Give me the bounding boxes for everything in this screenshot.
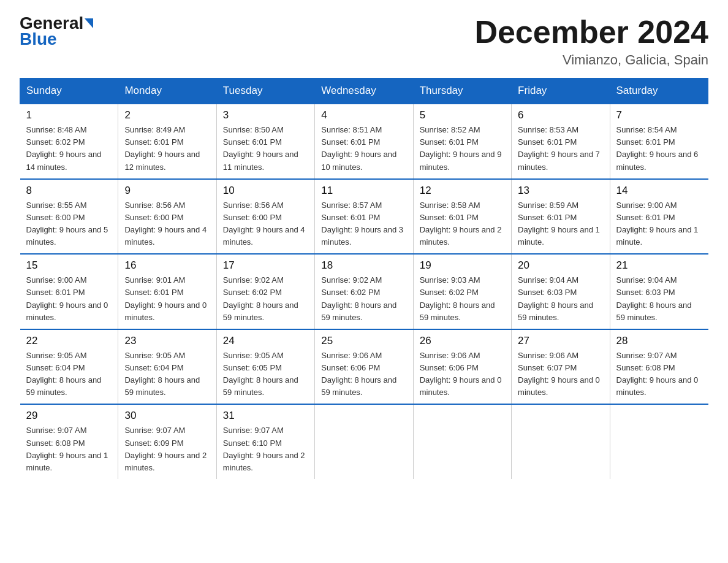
logo-arrow-icon xyxy=(85,18,93,28)
calendar-day-cell: 26 Sunrise: 9:06 AM Sunset: 6:06 PM Dayl… xyxy=(413,329,511,405)
day-info: Sunrise: 8:56 AM Sunset: 6:00 PM Dayligh… xyxy=(124,199,210,249)
col-tuesday: Tuesday xyxy=(216,79,314,104)
col-thursday: Thursday xyxy=(413,79,511,104)
calendar-day-cell: 30 Sunrise: 9:07 AM Sunset: 6:09 PM Dayl… xyxy=(118,404,216,479)
calendar-day-cell: 1 Sunrise: 8:48 AM Sunset: 6:02 PM Dayli… xyxy=(20,104,118,179)
day-number: 21 xyxy=(616,259,702,272)
day-number: 4 xyxy=(321,109,406,121)
calendar-day-cell: 3 Sunrise: 8:50 AM Sunset: 6:01 PM Dayli… xyxy=(216,104,314,179)
calendar-day-cell: 12 Sunrise: 8:58 AM Sunset: 6:01 PM Dayl… xyxy=(413,179,511,255)
day-info: Sunrise: 9:05 AM Sunset: 6:04 PM Dayligh… xyxy=(124,350,210,399)
day-number: 20 xyxy=(518,259,603,272)
day-number: 25 xyxy=(321,335,406,347)
day-number: 23 xyxy=(124,335,210,347)
calendar-day-cell: 24 Sunrise: 9:05 AM Sunset: 6:05 PM Dayl… xyxy=(216,329,314,405)
day-number: 12 xyxy=(420,185,505,197)
calendar-week-row: 15 Sunrise: 9:00 AM Sunset: 6:01 PM Dayl… xyxy=(20,254,708,329)
calendar-week-row: 29 Sunrise: 9:07 AM Sunset: 6:08 PM Dayl… xyxy=(20,404,708,479)
calendar-subtitle: Vimianzo, Galicia, Spain xyxy=(474,52,708,68)
calendar-day-cell xyxy=(610,404,708,479)
calendar-day-cell xyxy=(315,404,413,479)
day-info: Sunrise: 8:50 AM Sunset: 6:01 PM Dayligh… xyxy=(223,124,308,174)
day-number: 18 xyxy=(321,259,406,272)
day-info: Sunrise: 9:04 AM Sunset: 6:03 PM Dayligh… xyxy=(518,274,603,324)
col-saturday: Saturday xyxy=(610,79,708,104)
day-info: Sunrise: 8:53 AM Sunset: 6:01 PM Dayligh… xyxy=(518,124,603,174)
calendar-day-cell: 10 Sunrise: 8:56 AM Sunset: 6:00 PM Dayl… xyxy=(216,179,314,255)
day-info: Sunrise: 9:05 AM Sunset: 6:04 PM Dayligh… xyxy=(26,350,112,399)
day-info: Sunrise: 9:07 AM Sunset: 6:08 PM Dayligh… xyxy=(26,424,112,474)
calendar-day-cell: 9 Sunrise: 8:56 AM Sunset: 6:00 PM Dayli… xyxy=(118,179,216,255)
day-info: Sunrise: 9:06 AM Sunset: 6:07 PM Dayligh… xyxy=(518,350,603,399)
page-header: General Blue December 2024 Vimianzo, Gal… xyxy=(20,15,708,68)
day-number: 8 xyxy=(26,185,112,197)
day-info: Sunrise: 9:06 AM Sunset: 6:06 PM Dayligh… xyxy=(420,350,505,399)
calendar-day-cell: 29 Sunrise: 9:07 AM Sunset: 6:08 PM Dayl… xyxy=(20,404,118,479)
logo-text-blue: Blue xyxy=(20,29,57,49)
day-number: 15 xyxy=(26,259,112,272)
calendar-title: December 2024 xyxy=(474,15,708,50)
day-info: Sunrise: 9:01 AM Sunset: 6:01 PM Dayligh… xyxy=(124,274,210,324)
day-info: Sunrise: 8:52 AM Sunset: 6:01 PM Dayligh… xyxy=(420,124,505,174)
calendar-day-cell xyxy=(413,404,511,479)
calendar-day-cell: 5 Sunrise: 8:52 AM Sunset: 6:01 PM Dayli… xyxy=(413,104,511,179)
day-number: 26 xyxy=(420,335,505,347)
calendar-day-cell: 16 Sunrise: 9:01 AM Sunset: 6:01 PM Dayl… xyxy=(118,254,216,329)
day-number: 5 xyxy=(420,109,505,121)
day-number: 7 xyxy=(616,109,702,121)
day-number: 1 xyxy=(26,109,112,121)
calendar-day-cell: 13 Sunrise: 8:59 AM Sunset: 6:01 PM Dayl… xyxy=(512,179,610,255)
calendar-day-cell: 17 Sunrise: 9:02 AM Sunset: 6:02 PM Dayl… xyxy=(216,254,314,329)
day-info: Sunrise: 8:57 AM Sunset: 6:01 PM Dayligh… xyxy=(321,199,406,249)
day-info: Sunrise: 9:07 AM Sunset: 6:10 PM Dayligh… xyxy=(223,424,308,474)
day-number: 3 xyxy=(223,109,308,121)
calendar-table: Sunday Monday Tuesday Wednesday Thursday… xyxy=(20,78,708,479)
title-block: December 2024 Vimianzo, Galicia, Spain xyxy=(474,15,708,68)
calendar-day-cell: 23 Sunrise: 9:05 AM Sunset: 6:04 PM Dayl… xyxy=(118,329,216,405)
calendar-day-cell xyxy=(512,404,610,479)
day-info: Sunrise: 9:04 AM Sunset: 6:03 PM Dayligh… xyxy=(616,274,702,324)
day-number: 31 xyxy=(223,410,308,422)
calendar-day-cell: 6 Sunrise: 8:53 AM Sunset: 6:01 PM Dayli… xyxy=(512,104,610,179)
day-info: Sunrise: 9:07 AM Sunset: 6:09 PM Dayligh… xyxy=(124,424,210,474)
day-number: 14 xyxy=(616,185,702,197)
calendar-day-cell: 25 Sunrise: 9:06 AM Sunset: 6:06 PM Dayl… xyxy=(315,329,413,405)
day-number: 17 xyxy=(223,259,308,272)
calendar-day-cell: 28 Sunrise: 9:07 AM Sunset: 6:08 PM Dayl… xyxy=(610,329,708,405)
calendar-day-cell: 8 Sunrise: 8:55 AM Sunset: 6:00 PM Dayli… xyxy=(20,179,118,255)
day-info: Sunrise: 9:02 AM Sunset: 6:02 PM Dayligh… xyxy=(321,274,406,324)
day-number: 16 xyxy=(124,259,210,272)
day-number: 30 xyxy=(124,410,210,422)
day-number: 19 xyxy=(420,259,505,272)
calendar-day-cell: 20 Sunrise: 9:04 AM Sunset: 6:03 PM Dayl… xyxy=(512,254,610,329)
calendar-week-row: 1 Sunrise: 8:48 AM Sunset: 6:02 PM Dayli… xyxy=(20,104,708,179)
day-number: 9 xyxy=(124,185,210,197)
calendar-day-cell: 7 Sunrise: 8:54 AM Sunset: 6:01 PM Dayli… xyxy=(610,104,708,179)
day-info: Sunrise: 8:48 AM Sunset: 6:02 PM Dayligh… xyxy=(26,124,112,174)
day-info: Sunrise: 9:00 AM Sunset: 6:01 PM Dayligh… xyxy=(26,274,112,324)
day-info: Sunrise: 9:06 AM Sunset: 6:06 PM Dayligh… xyxy=(321,350,406,399)
col-monday: Monday xyxy=(118,79,216,104)
logo: General Blue xyxy=(20,15,93,49)
calendar-day-cell: 4 Sunrise: 8:51 AM Sunset: 6:01 PM Dayli… xyxy=(315,104,413,179)
calendar-day-cell: 14 Sunrise: 9:00 AM Sunset: 6:01 PM Dayl… xyxy=(610,179,708,255)
day-number: 27 xyxy=(518,335,603,347)
day-number: 28 xyxy=(616,335,702,347)
day-number: 22 xyxy=(26,335,112,347)
day-number: 29 xyxy=(26,410,112,422)
calendar-day-cell: 22 Sunrise: 9:05 AM Sunset: 6:04 PM Dayl… xyxy=(20,329,118,405)
day-info: Sunrise: 8:49 AM Sunset: 6:01 PM Dayligh… xyxy=(124,124,210,174)
calendar-header-row: Sunday Monday Tuesday Wednesday Thursday… xyxy=(20,79,708,104)
calendar-week-row: 8 Sunrise: 8:55 AM Sunset: 6:00 PM Dayli… xyxy=(20,179,708,255)
calendar-day-cell: 31 Sunrise: 9:07 AM Sunset: 6:10 PM Dayl… xyxy=(216,404,314,479)
calendar-day-cell: 11 Sunrise: 8:57 AM Sunset: 6:01 PM Dayl… xyxy=(315,179,413,255)
col-sunday: Sunday xyxy=(20,79,118,104)
day-number: 13 xyxy=(518,185,603,197)
day-number: 2 xyxy=(124,109,210,121)
calendar-day-cell: 21 Sunrise: 9:04 AM Sunset: 6:03 PM Dayl… xyxy=(610,254,708,329)
day-info: Sunrise: 8:59 AM Sunset: 6:01 PM Dayligh… xyxy=(518,199,603,249)
calendar-day-cell: 2 Sunrise: 8:49 AM Sunset: 6:01 PM Dayli… xyxy=(118,104,216,179)
calendar-week-row: 22 Sunrise: 9:05 AM Sunset: 6:04 PM Dayl… xyxy=(20,329,708,405)
day-info: Sunrise: 8:56 AM Sunset: 6:00 PM Dayligh… xyxy=(223,199,308,249)
calendar-day-cell: 18 Sunrise: 9:02 AM Sunset: 6:02 PM Dayl… xyxy=(315,254,413,329)
